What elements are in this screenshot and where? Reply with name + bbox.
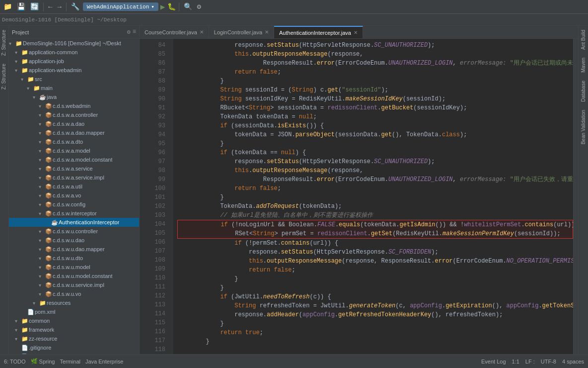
tree-item-3[interactable]: ▾📁application-webadmin xyxy=(9,66,139,75)
run-config-selector[interactable]: WebAdminApplication ▾ xyxy=(83,2,158,11)
java-enterprise-label: Java Enterprise xyxy=(85,359,123,365)
tree-item-23[interactable]: ▾📦c.d.s.w.u.dao.mapper xyxy=(9,245,139,254)
debug-button[interactable]: 🐛 xyxy=(167,2,176,11)
code-line-wrapper-87: return false; xyxy=(177,68,573,77)
tree-arrow-18: ▾ xyxy=(39,202,45,207)
tree-label-4: src xyxy=(35,76,42,82)
toolbar-separator-1 xyxy=(43,2,44,11)
scroll-indicator[interactable] xyxy=(573,39,578,354)
gutter-mark-95 xyxy=(140,137,149,146)
encoding-label: UTF-8 xyxy=(541,359,556,365)
indent-indicator[interactable]: 4 spaces xyxy=(562,359,584,365)
tab-course-label: CourseController.java xyxy=(145,29,197,35)
gutter-mark-84 xyxy=(140,39,149,48)
structure-tab-1[interactable]: Z: Structure xyxy=(0,26,8,60)
bean-validation-tab[interactable]: Bean Validation xyxy=(579,106,588,148)
spring-button[interactable]: 🌿 Spring xyxy=(31,358,55,365)
tree-item-14[interactable]: ▾📦c.d.s.w.a.service xyxy=(9,164,139,173)
tree-item-24[interactable]: ▾📦c.d.s.w.u.dto xyxy=(9,254,139,263)
tree-item-22[interactable]: ▾📦c.d.s.w.u.dao xyxy=(9,236,139,245)
tree-label-5: main xyxy=(41,85,53,91)
line-num-112: 112 xyxy=(149,291,169,300)
ant-build-tab[interactable]: Ant Build xyxy=(579,26,588,54)
tab-auth[interactable]: AuthenticationInterceptor.java ✕ xyxy=(274,26,363,38)
tree-item-28[interactable]: ▾📦c.d.s.w.u.vo xyxy=(9,289,139,298)
maven-tab[interactable]: Maven xyxy=(579,54,588,77)
tree-item-16[interactable]: ▾📦c.d.s.w.a.util xyxy=(9,182,139,191)
toolbar-icon-back[interactable]: ← xyxy=(47,2,54,12)
tree-item-18[interactable]: ▾📦c.d.s.w.config xyxy=(9,200,139,209)
tree-item-0[interactable]: ▾📁DemoSingle-1016 [DemoSingle] ~/Deskt xyxy=(9,39,139,48)
toolbar-icon-structure[interactable]: ⚙ xyxy=(196,1,203,12)
gutter-mark-91 xyxy=(140,101,149,110)
tree-item-31[interactable]: ▾📁common xyxy=(9,316,139,325)
code-line-92: TokenData tokenData = null; xyxy=(177,112,317,121)
tree-item-2[interactable]: ▾📁application-job xyxy=(9,57,139,66)
tree-item-7[interactable]: ▾📦c.d.s.webadmin xyxy=(9,101,139,110)
tree-item-35[interactable]: 📄pom.xml xyxy=(9,352,139,354)
java-enterprise-button[interactable]: Java Enterprise xyxy=(85,359,123,365)
toolbar-icon-save[interactable]: 💾 xyxy=(15,1,27,12)
project-sidebar: Project ⚙ ≡ ▾📁DemoSingle-1016 [DemoSingl… xyxy=(9,26,140,354)
tree-icon-23: 📦 xyxy=(45,246,53,253)
tab-course[interactable]: CourseController.java ✕ xyxy=(140,26,209,38)
tree-icon-26: 📦 xyxy=(45,273,53,279)
event-log-button[interactable]: Event Log xyxy=(481,359,506,365)
toolbar-icon-search[interactable]: 🔍 xyxy=(182,1,194,12)
toolbar-icon-forward[interactable]: → xyxy=(56,2,63,12)
code-line-95: } xyxy=(177,139,224,148)
code-content[interactable]: response.setStatus(HttpServletResponse.S… xyxy=(173,39,573,354)
tree-item-27[interactable]: ▾📦c.d.s.w.u.service.impl xyxy=(9,280,139,289)
tree-icon-16: 📦 xyxy=(45,184,53,190)
tree-item-12[interactable]: ▾📦c.d.s.w.a.model xyxy=(9,146,139,155)
tree-icon-33: 📁 xyxy=(21,336,29,342)
line-num-84: 84 xyxy=(149,41,169,50)
tree-item-5[interactable]: ▾📁main xyxy=(9,84,139,92)
tree-item-33[interactable]: ▾📁zz-resource xyxy=(9,334,139,343)
code-line-117: } xyxy=(177,337,210,346)
code-line-89: String sessionId = (String) c.get("sessi… xyxy=(177,86,388,94)
tab-course-close[interactable]: ✕ xyxy=(200,29,204,35)
tab-auth-close[interactable]: ✕ xyxy=(354,30,358,35)
run-button[interactable]: ▶ xyxy=(160,2,165,12)
sidebar-icon-cog[interactable]: ⚙ xyxy=(127,28,131,36)
tree-arrow-10: ▾ xyxy=(39,130,45,136)
tree-item-34[interactable]: 📄.gitignore xyxy=(9,343,139,352)
todo-button[interactable]: 6: TODO xyxy=(4,359,26,365)
database-tab[interactable]: Database xyxy=(579,77,588,106)
gutter-mark-108 xyxy=(140,254,149,263)
tree-item-29[interactable]: ▾📁resources xyxy=(9,298,139,307)
tree-item-15[interactable]: ▾📦c.d.s.w.a.service.impl xyxy=(9,173,139,182)
tree-item-8[interactable]: ▾📦c.d.s.w.a.controller xyxy=(9,110,139,119)
code-line-108: this.outputResponseMessage(response, Res… xyxy=(177,257,573,266)
tab-login[interactable]: LoginController.java ✕ xyxy=(209,26,274,38)
tree-label-10: c.d.s.w.a.dao.mapper xyxy=(53,130,105,136)
tree-item-13[interactable]: ▾📦c.d.s.w.a.model.constant xyxy=(9,155,139,164)
tree-item-21[interactable]: ▾📦c.d.s.w.u.controller xyxy=(9,227,139,236)
tree-item-32[interactable]: ▾📁framework xyxy=(9,325,139,334)
tree-icon-10: 📦 xyxy=(45,130,53,136)
tree-item-20[interactable]: ☕AuthenticationInterceptor xyxy=(9,218,139,227)
code-line-wrapper-89: String sessionId = (String) c.get("sessi… xyxy=(177,86,573,94)
tree-item-10[interactable]: ▾📦c.d.s.w.a.dao.mapper xyxy=(9,128,139,137)
tree-item-30[interactable]: 📄pom.xml xyxy=(9,307,139,316)
toolbar-icon-run-config[interactable]: 🔧 xyxy=(70,1,81,12)
lf-indicator[interactable]: LF : xyxy=(525,359,535,365)
tree-item-11[interactable]: ▾📦c.d.s.w.a.dto xyxy=(9,137,139,146)
encoding-indicator[interactable]: UTF-8 xyxy=(541,359,556,365)
tree-item-25[interactable]: ▾📦c.d.s.w.u.model xyxy=(9,263,139,272)
tree-item-17[interactable]: ▾📦c.d.s.w.a.vo xyxy=(9,191,139,200)
tree-item-19[interactable]: ▾📦c.d.s.w.interceptor xyxy=(9,209,139,218)
tree-item-4[interactable]: ▾📁src xyxy=(9,75,139,84)
tree-item-9[interactable]: ▾📦c.d.s.w.a.dao xyxy=(9,119,139,128)
sidebar-icon-gear[interactable]: ≡ xyxy=(133,28,136,36)
position-indicator[interactable]: 1:1 xyxy=(512,359,519,365)
tree-item-1[interactable]: ▾📁application-common xyxy=(9,48,139,57)
structure-tab-2[interactable]: Z: Structure xyxy=(0,60,8,93)
tree-item-6[interactable]: ▾☕java xyxy=(9,92,139,101)
tab-login-close[interactable]: ✕ xyxy=(265,29,269,35)
tree-item-26[interactable]: ▾📦c.d.s.w.u.model.constant xyxy=(9,272,139,280)
terminal-button[interactable]: Terminal xyxy=(60,359,80,365)
toolbar-icon-refresh[interactable]: 🔄 xyxy=(29,1,40,12)
code-line-wrapper-101: } xyxy=(177,193,573,202)
